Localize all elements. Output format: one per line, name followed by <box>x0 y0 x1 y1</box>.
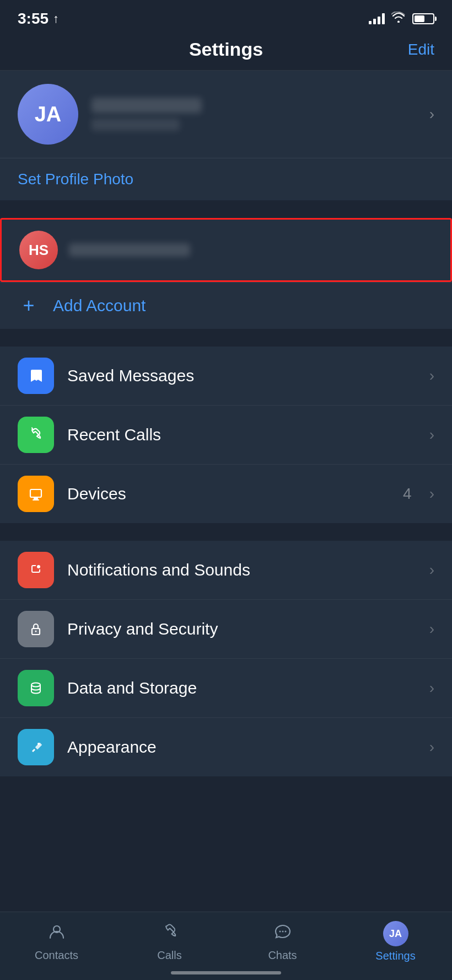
settings-tab-label: Settings <box>375 950 415 962</box>
set-profile-photo-label[interactable]: Set Profile Photo <box>18 171 133 188</box>
svg-point-14 <box>284 931 286 933</box>
appearance-chevron-icon: › <box>429 738 434 756</box>
privacy-chevron-icon: › <box>429 620 434 638</box>
profile-name-blurred <box>92 98 202 113</box>
section-gap-3 <box>0 523 452 541</box>
time-label: 3:55 <box>18 10 49 28</box>
tab-contacts[interactable]: Contacts <box>0 922 113 962</box>
account-section: HS + Add Account <box>0 218 452 329</box>
profile-section[interactable]: JA › <box>0 71 452 158</box>
svg-point-13 <box>282 931 283 933</box>
saved-messages-icon <box>18 358 54 394</box>
status-time: 3:55 ↑ <box>18 10 59 28</box>
svg-point-8 <box>31 683 40 687</box>
chats-icon <box>273 922 293 946</box>
add-icon: + <box>18 295 40 317</box>
svg-point-10 <box>37 743 40 745</box>
devices-icon <box>18 476 54 512</box>
location-arrow-icon: ↑ <box>53 12 59 26</box>
menu-item-saved-messages[interactable]: Saved Messages › <box>0 347 452 405</box>
svg-rect-2 <box>33 499 39 500</box>
privacy-icon <box>18 611 54 647</box>
settings-avatar-initials: JA <box>389 928 402 940</box>
status-bar: 3:55 ↑ <box>0 0 452 33</box>
wifi-icon <box>391 12 406 26</box>
tab-bar: Contacts Calls Chats JA Settings <box>0 912 452 980</box>
recent-calls-label: Recent Calls <box>67 425 416 444</box>
avatar: JA <box>18 84 78 145</box>
add-account-item[interactable]: + Add Account <box>0 282 452 329</box>
chats-tab-label: Chats <box>268 949 297 962</box>
saved-messages-label: Saved Messages <box>67 366 416 385</box>
svg-point-7 <box>35 631 37 632</box>
privacy-label: Privacy and Security <box>67 620 416 638</box>
data-storage-chevron-icon: › <box>429 679 434 697</box>
tab-chats[interactable]: Chats <box>226 922 339 962</box>
profile-info <box>92 98 416 131</box>
menu-item-notifications[interactable]: Notifications and Sounds › <box>0 541 452 599</box>
battery-icon <box>412 13 434 24</box>
secondary-account-avatar: HS <box>19 231 58 269</box>
profile-phone-blurred <box>92 119 180 131</box>
tab-calls[interactable]: Calls <box>113 922 226 962</box>
secondary-account-name-blurred <box>69 243 190 257</box>
notifications-label: Notifications and Sounds <box>67 561 416 579</box>
menu-item-devices[interactable]: Devices 4 › <box>0 464 452 523</box>
add-account-label[interactable]: Add Account <box>53 296 146 315</box>
svg-point-12 <box>279 931 281 933</box>
devices-badge: 4 <box>403 485 412 503</box>
tab-settings[interactable]: JA Settings <box>339 921 452 962</box>
nav-bar: Settings Edit <box>0 33 452 70</box>
appearance-icon <box>18 729 54 765</box>
menu-item-appearance[interactable]: Appearance › <box>0 717 452 776</box>
secondary-account-item[interactable]: HS <box>0 218 452 282</box>
contacts-tab-label: Contacts <box>35 949 78 962</box>
recent-calls-chevron-icon: › <box>429 426 434 444</box>
menu-section-2: Notifications and Sounds › Privacy and S… <box>0 541 452 776</box>
profile-chevron-icon: › <box>429 105 434 123</box>
devices-chevron-icon: › <box>429 485 434 503</box>
section-gap-1 <box>0 200 452 218</box>
appearance-label: Appearance <box>67 738 416 757</box>
page-title: Settings <box>62 39 390 60</box>
recent-calls-icon <box>18 417 54 453</box>
svg-point-5 <box>37 565 40 568</box>
calls-tab-label: Calls <box>157 949 181 962</box>
notifications-icon <box>18 552 54 588</box>
menu-item-recent-calls[interactable]: Recent Calls › <box>0 405 452 464</box>
calls-icon <box>160 922 180 946</box>
set-profile-photo-section[interactable]: Set Profile Photo <box>0 158 452 200</box>
saved-messages-chevron-icon: › <box>429 367 434 385</box>
menu-item-data-storage[interactable]: Data and Storage › <box>0 658 452 717</box>
notifications-chevron-icon: › <box>429 561 434 579</box>
bottom-padding <box>0 776 452 865</box>
data-storage-icon <box>18 670 54 706</box>
contacts-icon <box>47 922 67 946</box>
menu-item-privacy[interactable]: Privacy and Security › <box>0 599 452 658</box>
home-indicator <box>171 971 281 974</box>
settings-avatar: JA <box>383 921 408 946</box>
svg-rect-0 <box>30 489 41 497</box>
edit-button[interactable]: Edit <box>390 41 434 58</box>
signal-icon <box>369 13 385 24</box>
section-gap-2 <box>0 329 452 347</box>
data-storage-label: Data and Storage <box>67 679 416 697</box>
devices-label: Devices <box>67 484 390 503</box>
status-icons <box>369 12 434 26</box>
menu-section-1: Saved Messages › Recent Calls › Devices … <box>0 347 452 523</box>
svg-rect-1 <box>34 498 38 499</box>
